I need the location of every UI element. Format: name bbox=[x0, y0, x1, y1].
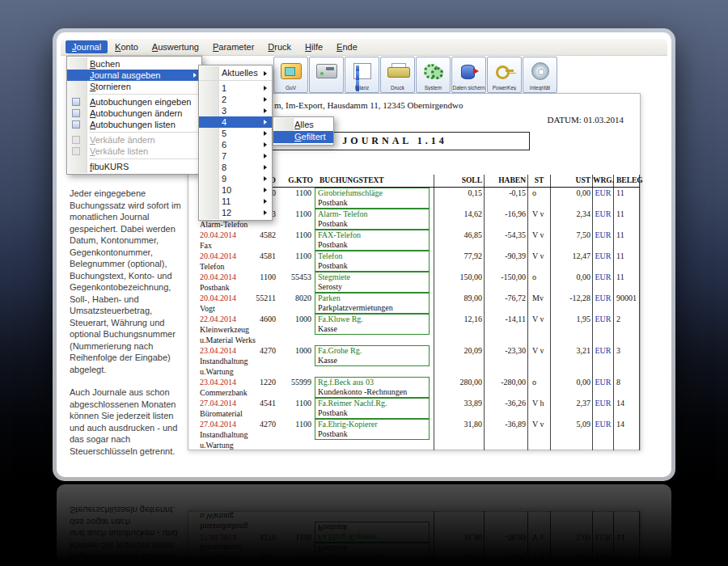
menubar: Journal Konto Auswertung Parameter Druck… bbox=[61, 39, 667, 56]
autobooking-icon bbox=[72, 98, 80, 106]
printer-icon bbox=[387, 61, 408, 82]
row-gkto: 1100 bbox=[276, 398, 313, 408]
row-gkto: 55999 bbox=[276, 377, 313, 387]
table-body: 50 1100 Girobriefumschläge Postbank 0,15 bbox=[198, 188, 640, 450]
month-menu-item[interactable]: 2 bbox=[199, 94, 272, 105]
toolbar-button-daten-sichern[interactable]: Daten sichern bbox=[451, 57, 486, 93]
menu-item-gefiltert[interactable]: Gefiltert bbox=[273, 131, 333, 143]
row-soll: 89,00 bbox=[434, 293, 485, 314]
month-menu-item[interactable]: 3 bbox=[199, 105, 272, 116]
row-ust: 7,50 bbox=[551, 230, 593, 251]
toolbar-button-powerkey[interactable]: PowerKey bbox=[487, 57, 522, 93]
row-kto-name: Postbank bbox=[198, 282, 315, 293]
row-kto: 4582 bbox=[243, 230, 276, 240]
row-gkto: 1100 bbox=[276, 188, 313, 198]
menubar-item-auswertung[interactable]: Auswertung bbox=[146, 40, 205, 53]
toolbar-button-guv[interactable]: GuV bbox=[273, 57, 308, 93]
month-menu-item[interactable]: 1 bbox=[199, 82, 272, 94]
menu-separator bbox=[89, 132, 199, 133]
menubar-item-druck[interactable]: Druck bbox=[261, 40, 298, 53]
info-paragraph-2: Auch Journale aus schon abgeschlossenen … bbox=[70, 386, 189, 457]
row-accounts: 20.04.2014 1100 55453 Postbank bbox=[198, 272, 315, 293]
menu-item-label: Verkäufe listen bbox=[90, 146, 148, 157]
menu-item-fibukurs[interactable]: fibuKURS bbox=[67, 161, 201, 172]
toolbar-button-label: System bbox=[425, 85, 442, 91]
row-steuerart: o bbox=[528, 377, 551, 398]
month-menu-item[interactable]: 12 bbox=[199, 207, 272, 218]
row-haben: -16,96 bbox=[485, 209, 528, 230]
month-menu-item[interactable]: 6 bbox=[199, 139, 272, 150]
row-steuerart: V v bbox=[528, 251, 551, 272]
row-accounts: 20.04.2014 4581 1100 Telefon bbox=[198, 251, 315, 272]
row-steuerart: o bbox=[528, 188, 551, 209]
month-menu-item[interactable]: 9 bbox=[199, 173, 272, 184]
menu-item-label: 11 bbox=[222, 196, 231, 206]
row-date: 20.04.2014 bbox=[198, 293, 243, 303]
toolbar-button-integritaet[interactable]: Integrität bbox=[523, 57, 557, 93]
row-beleg: 11 bbox=[614, 209, 640, 230]
row-haben: -36,26 bbox=[485, 398, 528, 419]
menubar-item-hilfe[interactable]: Hilfe bbox=[298, 40, 329, 53]
menubar-item-label: Parameter bbox=[213, 42, 254, 52]
menubar-item-label: Ende bbox=[336, 42, 358, 52]
row-gkto-name: Postbank bbox=[318, 261, 426, 271]
guv-icon bbox=[281, 61, 302, 82]
menubar-item-parameter[interactable]: Parameter bbox=[206, 40, 260, 53]
row-kto: 1220 bbox=[243, 377, 276, 387]
row-currency: EUR bbox=[593, 230, 614, 251]
row-gkto-name: Postbank bbox=[318, 408, 426, 418]
menubar-item-label: Hilfe bbox=[305, 42, 323, 52]
row-ust: 2,37 bbox=[551, 398, 593, 419]
month-submenu: Aktuelles 1 2 3 4 5 6 7 bbox=[198, 65, 273, 221]
menu-item-autobuchungen-aendern[interactable]: Autobuchungen ändern bbox=[67, 108, 201, 119]
table-row: 20.04.2014 4582 1100 Fax FAX-Telefon Pos… bbox=[198, 230, 640, 251]
month-menu-item[interactable]: 7 bbox=[199, 150, 272, 162]
row-text-column: Stegmiete Serosty bbox=[315, 272, 434, 293]
cd-icon bbox=[531, 61, 549, 82]
row-buchungstext: Girobriefumschläge bbox=[318, 188, 426, 198]
month-menu-item[interactable]: 8 bbox=[199, 162, 272, 173]
toolbar-button-label: Druck bbox=[391, 85, 404, 91]
toolbar-button-druck[interactable]: Druck bbox=[380, 57, 415, 93]
row-beleg: 11 bbox=[614, 251, 640, 272]
menubar-item-konto[interactable]: Konto bbox=[108, 40, 145, 53]
row-currency: EUR bbox=[593, 345, 614, 377]
menu-item-autobuchungen-eingeben[interactable]: Autobuchungen eingeben bbox=[67, 96, 201, 108]
toolbar-button-bilanz[interactable]: Bilanz bbox=[345, 57, 379, 93]
row-soll: 0,15 bbox=[434, 188, 485, 209]
row-text-column: Fa.Ehrig-Kopierer Postbank bbox=[315, 419, 434, 450]
row-ust: 0,00 bbox=[551, 272, 593, 293]
row-haben: -54,35 bbox=[485, 230, 528, 251]
month-menu-item[interactable]: 4 bbox=[199, 116, 272, 128]
menu-item-label: Verkäufe ändern bbox=[90, 134, 155, 146]
row-beleg: 3 bbox=[614, 345, 640, 377]
row-kto: 4541 bbox=[243, 398, 276, 408]
menubar-item-ende[interactable]: Ende bbox=[330, 40, 364, 53]
row-buchungstext: Stegmiete bbox=[318, 272, 426, 282]
desktop-background: Journal Konto Auswertung Parameter Druck… bbox=[0, 0, 728, 566]
row-date: 27.04.2014 bbox=[198, 419, 243, 429]
row-ust: 0,00 bbox=[551, 377, 593, 398]
month-menu-item[interactable]: 10 bbox=[199, 184, 272, 196]
toolbar-button-drive[interactable] bbox=[309, 57, 344, 93]
row-accounts: 20.04.2014 55211 8020 Vogt bbox=[198, 293, 315, 314]
menu-item-journal-ausgeben[interactable]: Journal ausgeben bbox=[67, 70, 201, 81]
menu-item-alles[interactable]: Alles bbox=[273, 119, 333, 131]
row-beleg: 8 bbox=[614, 377, 640, 398]
col-header-gkto: G.KTO bbox=[276, 175, 315, 187]
month-menu-item[interactable]: 11 bbox=[199, 196, 272, 207]
menu-item-label: Alles bbox=[294, 119, 314, 131]
menu-item-stornieren[interactable]: Stornieren bbox=[67, 81, 201, 92]
toolbar-button-system[interactable]: System bbox=[416, 57, 451, 93]
row-gkto: 1100 bbox=[276, 419, 313, 429]
month-menu-item[interactable]: Aktuelles bbox=[199, 67, 272, 81]
table-row: 23.04.2014 4270 1000 Instandhaltung u.Wa… bbox=[198, 345, 640, 377]
menubar-item-journal[interactable]: Journal bbox=[66, 40, 108, 53]
menu-item-autobuchungen-listen[interactable]: Autobuchungen listen bbox=[67, 119, 201, 130]
row-gkto-name: Kasse bbox=[318, 356, 426, 365]
menu-item-buchen[interactable]: Buchen bbox=[67, 58, 201, 70]
booking-text-box: Fa.Kluwe Rg. Kasse bbox=[315, 314, 430, 335]
row-date: 22.04.2014 bbox=[198, 314, 243, 324]
month-menu-item[interactable]: 5 bbox=[199, 128, 272, 139]
row-beleg: 11 bbox=[614, 230, 640, 251]
